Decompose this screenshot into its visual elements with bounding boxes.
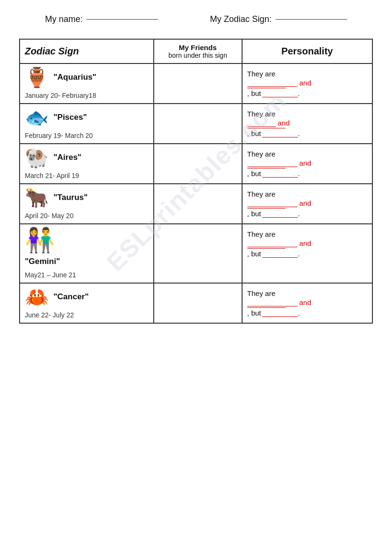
table-row: 🏺 "Aquarius" January 20- February18 They… (20, 63, 372, 104)
gemini-icon: 👫 (25, 228, 54, 252)
table-row: 🦀 "Cancer" June 22- July 22 They are and (20, 283, 372, 323)
sign-cell-pisces: 🐟 "Pisces" February 19- March 20 (20, 104, 154, 144)
aquarius-icon: 🏺 (25, 68, 49, 87)
period-cancer: . (298, 309, 300, 317)
blank-gemini-1 (247, 247, 297, 247)
blank-pisces-2 (247, 128, 286, 128)
comma-pisces: , but (247, 129, 261, 137)
zodiac-blank-line (275, 19, 347, 20)
zodiac-table: Zodiac Sign My Friends born under this s… (19, 39, 373, 324)
comma-cancer: , but (247, 309, 261, 317)
blank-aquarius-2 (247, 88, 286, 88)
and-aires: and (297, 159, 311, 167)
personality-cell-cancer: They are and , but . (242, 283, 372, 323)
period-taurus: . (298, 210, 300, 218)
they-are-pisces: They are (247, 110, 367, 118)
page-header: My name: My Zodiac Sign: (19, 14, 373, 24)
aquarius-name: "Aquarius" (53, 73, 96, 82)
name-label: My name: (45, 14, 83, 24)
table-row: 🐏 "Aires" March 21- April 19 They are an… (20, 144, 372, 184)
they-are-aquarius: They are (247, 70, 367, 78)
aires-date: March 21- April 19 (25, 172, 79, 179)
name-blank-line (86, 19, 158, 20)
personality-cell-gemini: They are and , but . (242, 224, 372, 283)
friends-subtitle: born under this sign (169, 52, 227, 59)
gemini-date: May21 – June 21 (25, 271, 76, 279)
friends-cell-pisces (154, 104, 242, 144)
sign-cell-aquarius: 🏺 "Aquarius" January 20- February18 (20, 63, 154, 104)
friends-title: My Friends (159, 43, 237, 52)
comma-aires: , but (247, 169, 261, 178)
sign-cell-taurus: 🐂 "Taurus" April 20- May 20 (20, 184, 154, 224)
blank-taurus-1 (247, 207, 297, 207)
aires-icon: 🐏 (25, 148, 49, 167)
comma-taurus: , but (247, 210, 261, 218)
blank-aires-2 (247, 168, 286, 168)
they-are-taurus: They are (247, 190, 367, 198)
friends-cell-taurus (154, 184, 242, 224)
blank-gemini-3 (262, 257, 298, 258)
blank-taurus-3 (262, 217, 298, 218)
aquarius-date: January 20- February18 (25, 92, 96, 99)
comma-gemini: , but (247, 250, 261, 258)
blank-pisces-3 (262, 137, 298, 137)
comma-aquarius: , but (247, 89, 261, 97)
friends-cell-aquarius (154, 63, 242, 104)
personality-cell-taurus: They are and , but . (242, 184, 372, 224)
pisces-date: February 19- March 20 (25, 132, 93, 139)
personality-cell-pisces: They are and , but . (242, 104, 372, 144)
and-gemini: and (297, 239, 311, 247)
col-header-friends: My Friends born under this sign (154, 39, 242, 63)
table-row: 🐟 "Pisces" February 19- March 20 They ar… (20, 104, 372, 144)
they-are-gemini: They are (247, 230, 367, 238)
and-cancer: and (297, 298, 311, 306)
blank-gemini-2 (247, 248, 286, 249)
and-pisces: and (276, 119, 290, 127)
period-gemini: . (298, 250, 300, 258)
blank-cancer-2 (247, 307, 286, 308)
taurus-icon: 🐂 (25, 188, 49, 207)
col-header-personality: Personality (242, 39, 372, 63)
cancer-icon: 🦀 (25, 287, 49, 306)
blank-pisces-1 (247, 126, 276, 127)
pisces-icon: 🐟 (25, 108, 49, 127)
sign-cell-cancer: 🦀 "Cancer" June 22- July 22 (20, 283, 154, 323)
blank-aires-3 (262, 177, 298, 178)
blank-aquarius-1 (247, 86, 297, 87)
sign-cell-aires: 🐏 "Aires" March 21- April 19 (20, 144, 154, 184)
gemini-name: "Gemini" (25, 257, 60, 266)
table-row: 👫 "Gemini" May21 – June 21 They are and (20, 224, 372, 283)
blank-cancer-1 (247, 306, 297, 306)
friends-cell-aires (154, 144, 242, 184)
col-header-sign: Zodiac Sign (20, 39, 154, 63)
blank-cancer-3 (262, 316, 298, 317)
they-are-cancer: They are (247, 289, 367, 297)
taurus-date: April 20- May 20 (25, 212, 74, 220)
aires-name: "Aires" (53, 153, 82, 162)
table-header-row: Zodiac Sign My Friends born under this s… (20, 39, 372, 63)
period-aires: . (298, 169, 300, 178)
personality-cell-aires: They are and , but . (242, 144, 372, 184)
blank-taurus-2 (247, 208, 286, 209)
sign-cell-gemini: 👫 "Gemini" May21 – June 21 (20, 224, 154, 283)
blank-aires-1 (247, 167, 297, 167)
personality-cell-aquarius: They are and , but . (242, 63, 372, 104)
cancer-date: June 22- July 22 (25, 311, 74, 319)
blank-aquarius-3 (262, 97, 298, 97)
period-aquarius: . (298, 89, 300, 97)
friends-cell-gemini (154, 224, 242, 283)
cancer-name: "Cancer" (53, 292, 89, 302)
zodiac-label: My Zodiac Sign: (210, 14, 272, 24)
table-row: 🐂 "Taurus" April 20- May 20 They are and (20, 184, 372, 224)
and-taurus: and (297, 199, 311, 207)
they-are-aires: They are (247, 150, 367, 158)
name-field: My name: (45, 14, 158, 24)
friends-cell-cancer (154, 283, 242, 323)
pisces-name: "Pisces" (53, 113, 87, 122)
and-aquarius: and (297, 79, 311, 87)
zodiac-field: My Zodiac Sign: (210, 14, 347, 24)
period-pisces: . (298, 129, 300, 137)
taurus-name: "Taurus" (53, 193, 88, 202)
